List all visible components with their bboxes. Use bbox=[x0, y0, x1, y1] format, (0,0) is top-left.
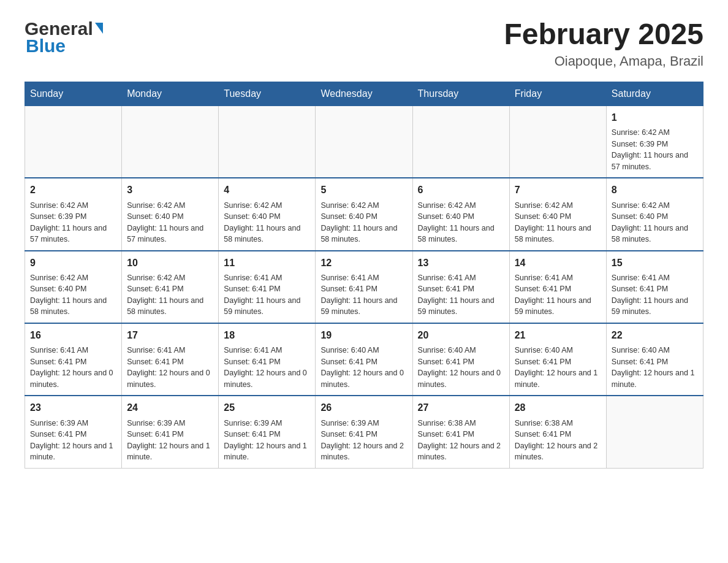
day-number: 28 bbox=[515, 401, 601, 415]
day-info: Sunrise: 6:42 AM Sunset: 6:40 PM Dayligh… bbox=[224, 201, 300, 244]
calendar-cell: 12Sunrise: 6:41 AM Sunset: 6:41 PM Dayli… bbox=[316, 251, 412, 323]
day-number: 22 bbox=[612, 329, 698, 342]
calendar-cell bbox=[25, 105, 122, 178]
day-info: Sunrise: 6:42 AM Sunset: 6:40 PM Dayligh… bbox=[418, 201, 495, 244]
day-info: Sunrise: 6:40 AM Sunset: 6:41 PM Dayligh… bbox=[320, 346, 404, 389]
calendar-cell: 4Sunrise: 6:42 AM Sunset: 6:40 PM Daylig… bbox=[219, 178, 316, 250]
calendar-cell: 25Sunrise: 6:39 AM Sunset: 6:41 PM Dayli… bbox=[219, 396, 316, 468]
day-info: Sunrise: 6:42 AM Sunset: 6:40 PM Dayligh… bbox=[127, 201, 203, 244]
calendar-cell bbox=[122, 105, 219, 178]
day-info: Sunrise: 6:42 AM Sunset: 6:41 PM Dayligh… bbox=[127, 274, 203, 316]
day-info: Sunrise: 6:40 AM Sunset: 6:41 PM Dayligh… bbox=[515, 346, 598, 389]
logo: General Blue bbox=[25, 18, 103, 56]
day-number: 27 bbox=[418, 401, 504, 415]
day-number: 13 bbox=[418, 256, 504, 270]
week-row-2: 2Sunrise: 6:42 AM Sunset: 6:39 PM Daylig… bbox=[25, 178, 703, 250]
weekday-saturday: Saturday bbox=[606, 82, 703, 105]
day-number: 4 bbox=[224, 183, 310, 197]
day-number: 11 bbox=[224, 256, 310, 270]
weekday-sunday: Sunday bbox=[25, 82, 122, 105]
day-number: 10 bbox=[127, 256, 213, 270]
day-info: Sunrise: 6:41 AM Sunset: 6:41 PM Dayligh… bbox=[224, 346, 307, 389]
day-number: 17 bbox=[127, 329, 213, 342]
calendar-cell: 21Sunrise: 6:40 AM Sunset: 6:41 PM Dayli… bbox=[509, 323, 606, 396]
day-number: 20 bbox=[418, 329, 504, 342]
day-number: 24 bbox=[127, 401, 213, 415]
day-info: Sunrise: 6:42 AM Sunset: 6:39 PM Dayligh… bbox=[612, 128, 688, 171]
day-number: 23 bbox=[30, 401, 116, 415]
day-number: 18 bbox=[224, 329, 310, 342]
day-number: 2 bbox=[30, 183, 116, 197]
day-info: Sunrise: 6:41 AM Sunset: 6:41 PM Dayligh… bbox=[127, 346, 210, 389]
calendar-cell: 5Sunrise: 6:42 AM Sunset: 6:40 PM Daylig… bbox=[316, 178, 412, 250]
calendar-cell: 7Sunrise: 6:42 AM Sunset: 6:40 PM Daylig… bbox=[509, 178, 606, 250]
weekday-tuesday: Tuesday bbox=[219, 82, 316, 105]
day-info: Sunrise: 6:42 AM Sunset: 6:40 PM Dayligh… bbox=[30, 274, 107, 316]
day-number: 14 bbox=[515, 256, 601, 270]
calendar-cell: 26Sunrise: 6:39 AM Sunset: 6:41 PM Dayli… bbox=[316, 396, 412, 468]
weekday-thursday: Thursday bbox=[412, 82, 509, 105]
day-number: 26 bbox=[320, 401, 407, 415]
day-number: 9 bbox=[30, 256, 116, 270]
day-number: 3 bbox=[127, 183, 213, 197]
calendar-cell: 15Sunrise: 6:41 AM Sunset: 6:41 PM Dayli… bbox=[606, 251, 703, 323]
calendar-table: SundayMondayTuesdayWednesdayThursdayFrid… bbox=[25, 82, 703, 469]
calendar-cell: 28Sunrise: 6:38 AM Sunset: 6:41 PM Dayli… bbox=[509, 396, 606, 468]
day-number: 19 bbox=[320, 329, 407, 342]
weekday-header-row: SundayMondayTuesdayWednesdayThursdayFrid… bbox=[25, 82, 703, 105]
day-info: Sunrise: 6:38 AM Sunset: 6:41 PM Dayligh… bbox=[515, 419, 598, 462]
day-info: Sunrise: 6:39 AM Sunset: 6:41 PM Dayligh… bbox=[224, 419, 307, 462]
day-info: Sunrise: 6:39 AM Sunset: 6:41 PM Dayligh… bbox=[320, 419, 404, 462]
calendar-cell: 18Sunrise: 6:41 AM Sunset: 6:41 PM Dayli… bbox=[219, 323, 316, 396]
day-info: Sunrise: 6:41 AM Sunset: 6:41 PM Dayligh… bbox=[515, 274, 591, 316]
day-info: Sunrise: 6:41 AM Sunset: 6:41 PM Dayligh… bbox=[612, 274, 688, 316]
week-row-4: 16Sunrise: 6:41 AM Sunset: 6:41 PM Dayli… bbox=[25, 323, 703, 396]
calendar-cell: 8Sunrise: 6:42 AM Sunset: 6:40 PM Daylig… bbox=[606, 178, 703, 250]
page-title: February 2025 bbox=[504, 18, 703, 51]
day-info: Sunrise: 6:39 AM Sunset: 6:41 PM Dayligh… bbox=[30, 419, 113, 462]
day-info: Sunrise: 6:42 AM Sunset: 6:39 PM Dayligh… bbox=[30, 201, 107, 244]
calendar-cell: 19Sunrise: 6:40 AM Sunset: 6:41 PM Dayli… bbox=[316, 323, 412, 396]
day-number: 8 bbox=[612, 183, 698, 197]
calendar-cell bbox=[412, 105, 509, 178]
page-header: General Blue February 2025 Oiapoque, Ama… bbox=[25, 18, 703, 69]
calendar-cell: 16Sunrise: 6:41 AM Sunset: 6:41 PM Dayli… bbox=[25, 323, 122, 396]
day-info: Sunrise: 6:41 AM Sunset: 6:41 PM Dayligh… bbox=[320, 274, 397, 316]
week-row-5: 23Sunrise: 6:39 AM Sunset: 6:41 PM Dayli… bbox=[25, 396, 703, 468]
day-info: Sunrise: 6:40 AM Sunset: 6:41 PM Dayligh… bbox=[612, 346, 695, 389]
calendar-cell: 3Sunrise: 6:42 AM Sunset: 6:40 PM Daylig… bbox=[122, 178, 219, 250]
calendar-cell: 17Sunrise: 6:41 AM Sunset: 6:41 PM Dayli… bbox=[122, 323, 219, 396]
calendar-cell: 20Sunrise: 6:40 AM Sunset: 6:41 PM Dayli… bbox=[412, 323, 509, 396]
week-row-1: 1Sunrise: 6:42 AM Sunset: 6:39 PM Daylig… bbox=[25, 105, 703, 178]
title-block: February 2025 Oiapoque, Amapa, Brazil bbox=[504, 18, 703, 69]
day-number: 21 bbox=[515, 329, 601, 342]
day-number: 5 bbox=[320, 183, 407, 197]
day-info: Sunrise: 6:42 AM Sunset: 6:40 PM Dayligh… bbox=[515, 201, 591, 244]
page-subtitle: Oiapoque, Amapa, Brazil bbox=[504, 53, 703, 69]
day-info: Sunrise: 6:41 AM Sunset: 6:41 PM Dayligh… bbox=[30, 346, 113, 389]
logo-blue-text: Blue bbox=[26, 36, 66, 56]
calendar-cell bbox=[219, 105, 316, 178]
calendar-cell: 27Sunrise: 6:38 AM Sunset: 6:41 PM Dayli… bbox=[412, 396, 509, 468]
calendar-cell bbox=[316, 105, 412, 178]
day-number: 25 bbox=[224, 401, 310, 415]
calendar-cell: 2Sunrise: 6:42 AM Sunset: 6:39 PM Daylig… bbox=[25, 178, 122, 250]
day-number: 1 bbox=[612, 111, 698, 124]
calendar-cell bbox=[606, 396, 703, 468]
day-info: Sunrise: 6:40 AM Sunset: 6:41 PM Dayligh… bbox=[418, 346, 501, 389]
day-info: Sunrise: 6:41 AM Sunset: 6:41 PM Dayligh… bbox=[418, 274, 495, 316]
day-info: Sunrise: 6:42 AM Sunset: 6:40 PM Dayligh… bbox=[320, 201, 397, 244]
weekday-friday: Friday bbox=[509, 82, 606, 105]
calendar-header: SundayMondayTuesdayWednesdayThursdayFrid… bbox=[25, 82, 703, 105]
week-row-3: 9Sunrise: 6:42 AM Sunset: 6:40 PM Daylig… bbox=[25, 251, 703, 323]
day-info: Sunrise: 6:41 AM Sunset: 6:41 PM Dayligh… bbox=[224, 274, 300, 316]
day-info: Sunrise: 6:38 AM Sunset: 6:41 PM Dayligh… bbox=[418, 419, 501, 462]
calendar-cell: 23Sunrise: 6:39 AM Sunset: 6:41 PM Dayli… bbox=[25, 396, 122, 468]
calendar-cell bbox=[509, 105, 606, 178]
logo-arrow-icon bbox=[95, 23, 103, 34]
calendar-cell: 6Sunrise: 6:42 AM Sunset: 6:40 PM Daylig… bbox=[412, 178, 509, 250]
calendar-cell: 14Sunrise: 6:41 AM Sunset: 6:41 PM Dayli… bbox=[509, 251, 606, 323]
calendar-cell: 9Sunrise: 6:42 AM Sunset: 6:40 PM Daylig… bbox=[25, 251, 122, 323]
weekday-monday: Monday bbox=[122, 82, 219, 105]
day-number: 16 bbox=[30, 329, 116, 342]
